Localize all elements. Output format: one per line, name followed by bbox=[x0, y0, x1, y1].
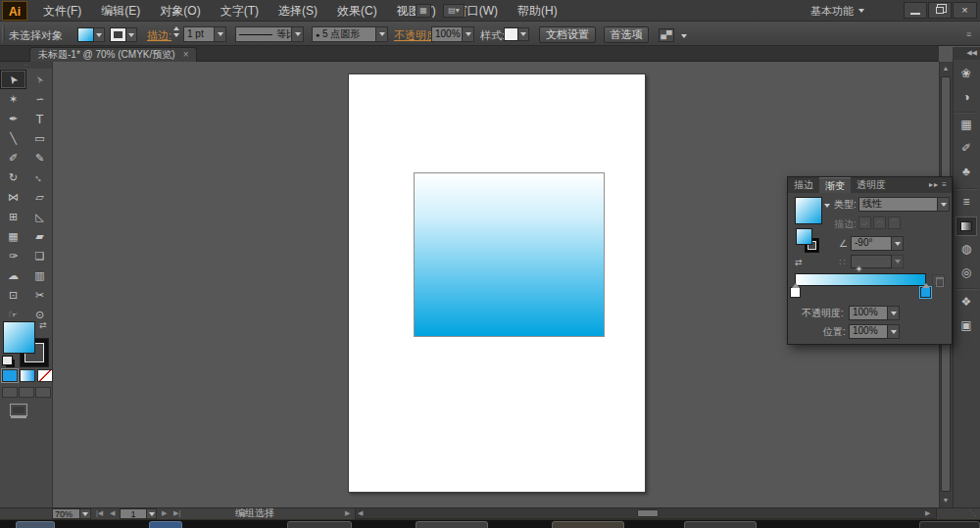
gradient-preset-dropdown[interactable] bbox=[824, 208, 830, 225]
tab-close-icon[interactable]: × bbox=[183, 48, 189, 62]
last-artboard-icon[interactable]: ▶| bbox=[173, 507, 180, 519]
zoom-level-dropdown[interactable] bbox=[80, 508, 91, 519]
line-segment-tool[interactable]: ╲ bbox=[0, 128, 26, 148]
blend-tool[interactable]: ❏ bbox=[26, 246, 53, 265]
opacity-dropdown[interactable] bbox=[463, 26, 474, 42]
menu-help[interactable]: 帮助(H) bbox=[508, 0, 567, 22]
tab-transparency[interactable]: 透明度 bbox=[851, 177, 892, 193]
menu-file[interactable]: 文件(F) bbox=[33, 0, 91, 22]
opacity-field[interactable]: 100% bbox=[431, 26, 463, 42]
paintbrush-tool[interactable]: ✐ bbox=[0, 148, 26, 168]
panel-options-dropdown[interactable] bbox=[678, 29, 689, 42]
gradient-slider-bar[interactable] bbox=[795, 273, 926, 286]
zoom-level-field[interactable]: 70% bbox=[52, 508, 80, 519]
preferences-button[interactable]: 首选项 bbox=[604, 26, 649, 43]
stroke-color-dropdown[interactable] bbox=[126, 27, 137, 42]
pen-tool[interactable]: ✒ bbox=[0, 109, 26, 128]
perspective-grid-tool[interactable]: ◺ bbox=[26, 207, 53, 226]
brush-definition-field[interactable]: ● 5 点圆形 bbox=[312, 26, 376, 42]
brush-definition-dropdown[interactable] bbox=[376, 26, 388, 42]
style-dropdown[interactable] bbox=[518, 27, 529, 41]
screen-mode-button[interactable] bbox=[10, 404, 27, 416]
scale-tool[interactable]: ↔ bbox=[26, 168, 53, 187]
layers-panel-button[interactable]: ❖ bbox=[956, 293, 977, 312]
close-button[interactable]: × bbox=[953, 2, 977, 19]
reverse-gradient-icon[interactable]: ⇄ bbox=[795, 256, 803, 269]
menu-object[interactable]: 对象(O) bbox=[150, 0, 210, 22]
rectangle-tool[interactable]: ▭ bbox=[26, 128, 53, 148]
gradient-stop-white[interactable] bbox=[790, 287, 801, 298]
stop-location-dropdown[interactable] bbox=[888, 324, 900, 339]
taskbar-item[interactable] bbox=[287, 521, 352, 528]
rotate-tool[interactable]: ↻ bbox=[0, 168, 26, 187]
draw-inside-mode-button[interactable] bbox=[35, 387, 51, 398]
previous-artboard-icon[interactable]: ◀ bbox=[110, 507, 115, 519]
stroke-weight-stepper[interactable] bbox=[173, 26, 179, 37]
document-setup-button[interactable]: 文档设置 bbox=[539, 26, 596, 43]
restore-button[interactable] bbox=[928, 2, 952, 19]
symbol-sprayer-tool[interactable]: ☁ bbox=[0, 265, 26, 285]
fill-color-dropdown[interactable] bbox=[94, 27, 105, 42]
scroll-down-icon[interactable]: ▼ bbox=[940, 496, 952, 505]
width-tool[interactable]: ⋈ bbox=[0, 187, 26, 207]
resize-grip[interactable]: ⋱ bbox=[939, 508, 980, 519]
brushes-panel-button[interactable]: ✐ bbox=[956, 139, 977, 159]
taskbar-item[interactable] bbox=[416, 521, 488, 528]
shape-builder-tool[interactable]: ⊞ bbox=[0, 207, 26, 226]
fill-proxy-swatch[interactable] bbox=[3, 321, 35, 354]
minimize-button[interactable] bbox=[904, 2, 927, 19]
transparency-panel-button[interactable]: ◍ bbox=[956, 240, 977, 260]
gradient-angle-field[interactable]: -90° bbox=[851, 236, 892, 251]
control-bar-menu-icon[interactable]: ≡ bbox=[966, 27, 971, 42]
artboard-tool[interactable]: ⊡ bbox=[0, 285, 26, 305]
direct-selection-tool[interactable]: ➢ bbox=[26, 70, 53, 89]
gradient-angle-dropdown[interactable] bbox=[892, 236, 904, 251]
none-button[interactable] bbox=[37, 369, 53, 382]
eyedropper-tool[interactable]: ✑ bbox=[0, 246, 26, 265]
scroll-left-icon[interactable]: ◀ bbox=[358, 507, 363, 519]
tools-panel-grip[interactable]: ∙∙ bbox=[0, 62, 52, 69]
mesh-tool[interactable]: ▦ bbox=[0, 226, 26, 246]
status-menu-icon[interactable]: ▶ bbox=[345, 507, 350, 519]
appearance-panel-button[interactable]: ◎ bbox=[956, 264, 977, 283]
gradient-preview-swatch[interactable] bbox=[795, 197, 822, 224]
stroke-weight-dropdown[interactable] bbox=[215, 26, 226, 42]
type-tool[interactable]: T bbox=[26, 109, 53, 128]
gradient-type-field[interactable]: 线性 bbox=[858, 197, 938, 212]
stroke-panel-button[interactable]: ≡ bbox=[956, 193, 977, 213]
taskbar-item[interactable] bbox=[684, 521, 757, 528]
gradient-rectangle-object[interactable] bbox=[414, 172, 605, 337]
taskbar-item[interactable] bbox=[149, 521, 182, 528]
pencil-tool[interactable]: ✎ bbox=[26, 148, 53, 168]
gradient-stop-blue[interactable] bbox=[920, 287, 931, 298]
swatches-panel-button[interactable]: ▦ bbox=[956, 116, 977, 135]
start-orb[interactable] bbox=[16, 521, 55, 528]
column-graph-tool[interactable]: ▥ bbox=[26, 265, 53, 285]
first-artboard-icon[interactable]: |◀ bbox=[96, 507, 103, 519]
color-guide-panel-button[interactable]: ◑ bbox=[956, 88, 977, 108]
menu-select[interactable]: 选择(S) bbox=[269, 0, 327, 22]
scroll-up-icon[interactable]: ▲ bbox=[940, 64, 952, 73]
width-profile-field[interactable]: 等比 bbox=[235, 26, 292, 42]
style-swatch[interactable] bbox=[504, 27, 518, 41]
panel-menu-icon[interactable]: ≡ bbox=[942, 180, 948, 189]
free-transform-tool[interactable]: ▱ bbox=[26, 187, 53, 207]
artboard-number-dropdown[interactable] bbox=[147, 508, 157, 519]
panel-collapse-icon[interactable]: ▸▸ bbox=[929, 180, 939, 189]
artboard-number-field[interactable]: 1 bbox=[120, 508, 147, 519]
bridge-icon[interactable]: ▦ bbox=[416, 4, 431, 18]
slice-tool[interactable]: ✂ bbox=[26, 285, 53, 305]
gradient-button[interactable] bbox=[20, 369, 35, 382]
panel-options-icon[interactable]: ▄▀ bbox=[659, 28, 674, 42]
draw-normal-mode-button[interactable] bbox=[2, 387, 18, 398]
width-profile-dropdown[interactable] bbox=[292, 26, 304, 42]
menu-edit[interactable]: 编辑(E) bbox=[91, 0, 150, 22]
scroll-right-icon[interactable]: ▶ bbox=[925, 507, 930, 519]
gradient-fill-proxy[interactable] bbox=[796, 228, 812, 245]
menu-effect[interactable]: 效果(C) bbox=[327, 0, 387, 22]
symbols-panel-button[interactable]: ♣ bbox=[956, 163, 977, 182]
color-button[interactable] bbox=[2, 369, 18, 382]
fill-color-swatch[interactable] bbox=[77, 27, 94, 42]
draw-behind-mode-button[interactable] bbox=[19, 387, 34, 398]
stroke-weight-field[interactable]: 1 pt bbox=[183, 26, 215, 42]
